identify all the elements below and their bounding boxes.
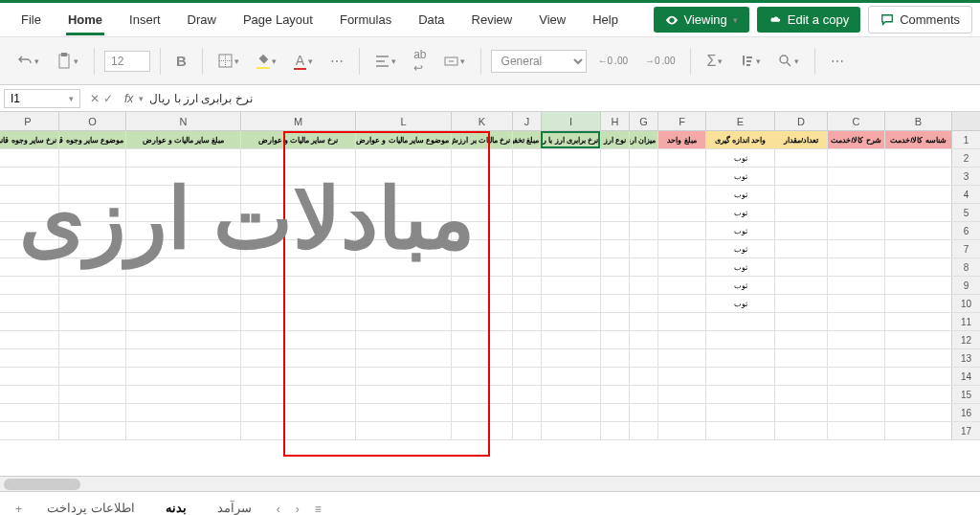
- menu-file[interactable]: File: [8, 5, 55, 34]
- sheet-tab[interactable]: اطلاعات پرداخت: [33, 495, 148, 515]
- paste-button[interactable]: ▾: [51, 49, 84, 74]
- cell-I1[interactable]: نرخ برابری ارز با ریال: [541, 131, 600, 148]
- cell-H10[interactable]: [600, 295, 629, 312]
- cell-L10[interactable]: [355, 295, 451, 312]
- cell-H14[interactable]: [600, 368, 629, 385]
- row-header-12[interactable]: 12: [951, 331, 980, 348]
- cell-N1[interactable]: مبلغ سایر مالیات و عوارض: [125, 131, 240, 148]
- cell-I10[interactable]: [541, 295, 600, 312]
- cell-E7[interactable]: ثوب: [705, 240, 774, 258]
- cell-B2[interactable]: [884, 149, 951, 167]
- cell-P7[interactable]: [0, 240, 58, 258]
- cell-L2[interactable]: [355, 149, 451, 167]
- menu-insert[interactable]: Insert: [116, 5, 174, 34]
- column-header-G[interactable]: G: [629, 112, 657, 130]
- cell-D15[interactable]: [774, 386, 827, 403]
- menu-formulas[interactable]: Formulas: [326, 5, 405, 34]
- cell-M2[interactable]: [240, 149, 355, 167]
- cell-P3[interactable]: [0, 168, 58, 185]
- cell-F5[interactable]: [657, 204, 705, 221]
- cell-K7[interactable]: [451, 240, 512, 258]
- cell-O4[interactable]: [58, 186, 125, 203]
- cell-L5[interactable]: [355, 204, 451, 221]
- cell-P10[interactable]: [0, 295, 58, 312]
- cell-L7[interactable]: [355, 240, 451, 258]
- cell-P8[interactable]: [0, 258, 58, 276]
- cell-B3[interactable]: [884, 168, 951, 185]
- row-header-13[interactable]: 13: [951, 349, 980, 367]
- cell-J16[interactable]: [512, 404, 541, 421]
- cell-F10[interactable]: [657, 295, 705, 312]
- cell-J9[interactable]: [512, 277, 541, 294]
- row-header-3[interactable]: 3: [951, 168, 980, 185]
- cell-J8[interactable]: [512, 258, 541, 276]
- cell-H8[interactable]: [600, 258, 629, 276]
- cell-B16[interactable]: [884, 404, 951, 421]
- cell-N14[interactable]: [125, 368, 240, 385]
- cell-F12[interactable]: [657, 331, 705, 348]
- cell-N15[interactable]: [125, 386, 240, 403]
- cell-G1[interactable]: میزان ارز: [629, 131, 657, 148]
- cell-M11[interactable]: [240, 313, 355, 330]
- cell-M5[interactable]: [240, 204, 355, 221]
- cell-N17[interactable]: [125, 422, 240, 439]
- cell-E13[interactable]: [705, 349, 774, 367]
- cell-H12[interactable]: [600, 331, 629, 348]
- cell-G11[interactable]: [629, 313, 657, 330]
- cell-I15[interactable]: [541, 386, 600, 403]
- cell-B9[interactable]: [884, 277, 951, 294]
- cell-H7[interactable]: [600, 240, 629, 258]
- cell-J5[interactable]: [512, 204, 541, 221]
- cell-C11[interactable]: [827, 313, 884, 330]
- cell-H6[interactable]: [600, 222, 629, 239]
- column-header-P[interactable]: P: [0, 112, 58, 130]
- cell-G9[interactable]: [629, 277, 657, 294]
- cell-M17[interactable]: [240, 422, 355, 439]
- cell-D1[interactable]: تعداد/مقدار: [774, 131, 827, 148]
- cell-I2[interactable]: [541, 149, 600, 167]
- cell-B8[interactable]: [884, 258, 951, 276]
- cell-E12[interactable]: [705, 331, 774, 348]
- cell-F15[interactable]: [657, 386, 705, 403]
- cell-K12[interactable]: [451, 331, 512, 348]
- cell-F13[interactable]: [657, 349, 705, 367]
- menu-data[interactable]: Data: [405, 5, 457, 34]
- cell-O6[interactable]: [58, 222, 125, 239]
- cell-H16[interactable]: [600, 404, 629, 421]
- cell-G17[interactable]: [629, 422, 657, 439]
- cell-L6[interactable]: [355, 222, 451, 239]
- cell-P6[interactable]: [0, 222, 58, 239]
- cell-K5[interactable]: [451, 204, 512, 221]
- sheet-tab[interactable]: بدنه: [152, 495, 200, 515]
- cell-O7[interactable]: [58, 240, 125, 258]
- cell-M12[interactable]: [240, 331, 355, 348]
- fill-color-button[interactable]: ▾: [251, 49, 282, 73]
- cell-D11[interactable]: [774, 313, 827, 330]
- cell-L3[interactable]: [355, 168, 451, 185]
- cell-J1[interactable]: مبلغ تخفیف: [512, 131, 541, 148]
- cell-I3[interactable]: [541, 168, 600, 185]
- cell-B17[interactable]: [884, 422, 951, 439]
- sheet-next-button[interactable]: ›: [273, 499, 284, 516]
- cell-O14[interactable]: [58, 368, 125, 385]
- sheet-prev-button[interactable]: ‹: [292, 499, 303, 516]
- more-font-button[interactable]: ⋯: [324, 50, 349, 73]
- cell-D5[interactable]: [774, 204, 827, 221]
- cell-D8[interactable]: [774, 258, 827, 276]
- cell-C7[interactable]: [827, 240, 884, 258]
- cell-K2[interactable]: [451, 149, 512, 167]
- wrap-text-button[interactable]: ab↩: [408, 44, 432, 78]
- column-header-L[interactable]: L: [355, 112, 451, 130]
- cell-H11[interactable]: [600, 313, 629, 330]
- decimal-increase-button[interactable]: →0.00: [639, 52, 680, 70]
- cell-M14[interactable]: [240, 368, 355, 385]
- cell-J6[interactable]: [512, 222, 541, 239]
- cell-B13[interactable]: [884, 349, 951, 367]
- cell-F9[interactable]: [657, 277, 705, 294]
- cell-O12[interactable]: [58, 331, 125, 348]
- cell-I16[interactable]: [541, 404, 600, 421]
- cell-K6[interactable]: [451, 222, 512, 239]
- cell-K14[interactable]: [451, 368, 512, 385]
- cell-L8[interactable]: [355, 258, 451, 276]
- cell-B10[interactable]: [884, 295, 951, 312]
